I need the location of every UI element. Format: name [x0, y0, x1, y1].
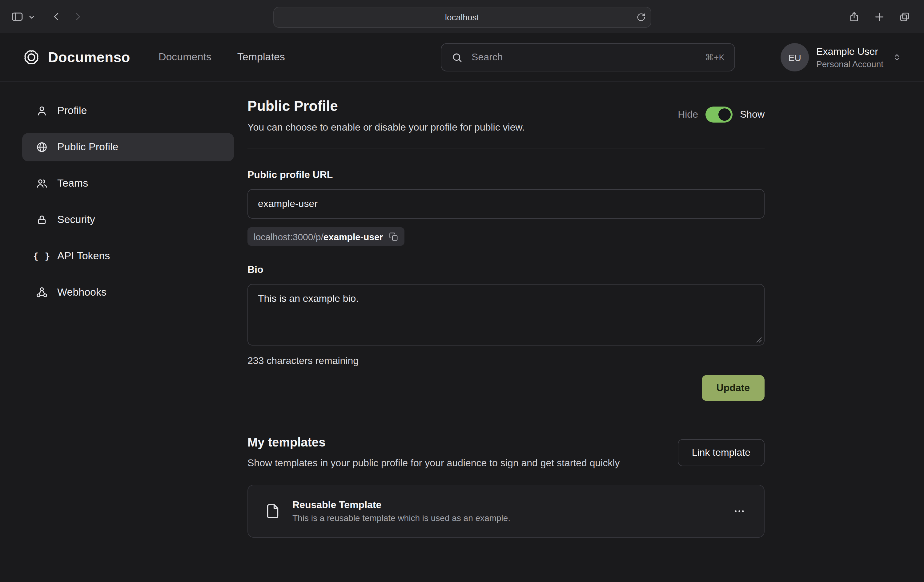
toggle-knob: [718, 108, 731, 121]
webhook-icon: [36, 286, 48, 299]
globe-icon: [36, 141, 48, 153]
page-subtitle: You can choose to enable or disable your…: [248, 122, 525, 133]
browser-window: localhost Documenso: [0, 0, 924, 582]
profile-url-section: Public profile URL localhost:3000/p/exam…: [248, 169, 764, 246]
visibility-control: Hide Show: [678, 107, 764, 122]
public-profile-settings: Public Profile You can choose to enable …: [248, 97, 764, 537]
sidebar-item-api-tokens[interactable]: { } API Tokens: [22, 242, 234, 270]
share-button[interactable]: [846, 8, 863, 25]
user-icon: [36, 105, 48, 117]
chevron-down-icon[interactable]: [28, 13, 35, 20]
braces-icon: { }: [36, 251, 48, 261]
browser-chrome: localhost: [0, 0, 924, 33]
profile-url-chip: localhost:3000/p/example-user: [248, 227, 404, 246]
file-icon: [264, 503, 281, 520]
template-description: This is a reusable template which is use…: [292, 513, 510, 523]
sidebar-item-label: API Tokens: [57, 250, 110, 262]
nav-documents[interactable]: Documents: [158, 51, 211, 63]
back-button[interactable]: [49, 8, 64, 25]
sidebar-item-label: Teams: [57, 177, 88, 190]
update-button[interactable]: Update: [702, 375, 764, 401]
avatar: EU: [780, 43, 809, 71]
plus-icon: [873, 11, 885, 23]
search-box[interactable]: ⌘+K: [441, 43, 735, 71]
template-name: Reusable Template: [292, 499, 510, 511]
hide-label: Hide: [678, 109, 698, 120]
refresh-button[interactable]: [634, 10, 648, 24]
resize-handle-icon[interactable]: [756, 337, 762, 343]
forward-arrow-icon: [72, 11, 83, 22]
sidebar-item-profile[interactable]: Profile: [22, 97, 234, 125]
sidebar-item-label: Security: [57, 214, 95, 226]
chevron-up-down-icon: [892, 52, 902, 62]
main-nav: Documents Templates: [158, 51, 285, 63]
template-info: Reusable Template This is a reusable tem…: [292, 499, 510, 523]
user-name: Example User: [816, 46, 883, 58]
templates-description: Show templates in your public profile fo…: [248, 456, 620, 471]
bio-section: Bio This is an example bio. 233 characte…: [248, 264, 764, 367]
forward-button[interactable]: [69, 8, 86, 25]
template-card[interactable]: Reusable Template This is a reusable tem…: [248, 485, 764, 537]
template-menu-button[interactable]: [731, 503, 748, 520]
divider: [248, 148, 764, 149]
profile-url-chip-text: localhost:3000/p/example-user: [254, 231, 383, 242]
bio-textarea[interactable]: This is an example bio.: [248, 284, 764, 346]
sidebar-item-teams[interactable]: Teams: [22, 169, 234, 198]
characters-remaining: 233 characters remaining: [248, 355, 764, 367]
sidebar-item-security[interactable]: Security: [22, 206, 234, 234]
ellipsis-icon: [733, 505, 746, 518]
documenso-app: Documenso Documents Templates ⌘+K EU Exa…: [0, 33, 924, 537]
user-info: Example User Personal Account: [816, 46, 883, 69]
link-template-button[interactable]: Link template: [678, 439, 764, 466]
brand[interactable]: Documenso: [22, 48, 130, 66]
tabs-icon: [899, 11, 911, 23]
users-icon: [36, 177, 48, 190]
sidebar-item-webhooks[interactable]: Webhooks: [22, 278, 234, 307]
lock-icon: [36, 214, 48, 226]
brand-name: Documenso: [48, 49, 130, 66]
app-header: Documenso Documents Templates ⌘+K EU Exa…: [0, 33, 924, 82]
profile-visibility-toggle[interactable]: [705, 107, 733, 122]
new-tab-button[interactable]: [871, 8, 888, 25]
sidebar-item-label: Public Profile: [57, 141, 118, 153]
user-menu[interactable]: EU Example User Personal Account: [780, 43, 902, 71]
back-arrow-icon: [51, 11, 62, 22]
sidebar-toggle-button[interactable]: [8, 8, 26, 25]
sidebar-item-label: Profile: [57, 105, 87, 117]
user-account-type: Personal Account: [816, 59, 883, 69]
sidebar-item-public-profile[interactable]: Public Profile: [22, 133, 234, 161]
share-icon: [848, 11, 860, 23]
search-icon: [451, 51, 463, 63]
profile-url-input[interactable]: [248, 189, 764, 219]
copy-url-button[interactable]: [389, 232, 398, 241]
browser-url-text: localhost: [445, 12, 479, 22]
tab-overview-button[interactable]: [896, 8, 913, 25]
sidebar-item-label: Webhooks: [57, 286, 107, 299]
search-shortcut: ⌘+K: [705, 52, 724, 62]
sidebar-panel-icon: [11, 10, 23, 23]
copy-icon: [389, 232, 398, 241]
search-input[interactable]: [470, 51, 698, 63]
documenso-logo-icon: [22, 48, 41, 66]
bio-label: Bio: [248, 264, 764, 275]
templates-title: My templates: [248, 435, 620, 450]
nav-templates[interactable]: Templates: [237, 51, 285, 63]
refresh-icon: [636, 13, 645, 22]
profile-url-label: Public profile URL: [248, 169, 764, 180]
browser-url-bar[interactable]: localhost: [273, 7, 651, 28]
page-title: Public Profile: [248, 98, 525, 114]
show-label: Show: [740, 109, 764, 120]
my-templates-section: My templates Show templates in your publ…: [248, 435, 764, 537]
app-body: Profile Public Profile Teams: [0, 82, 924, 537]
settings-sidebar: Profile Public Profile Teams: [22, 97, 234, 307]
